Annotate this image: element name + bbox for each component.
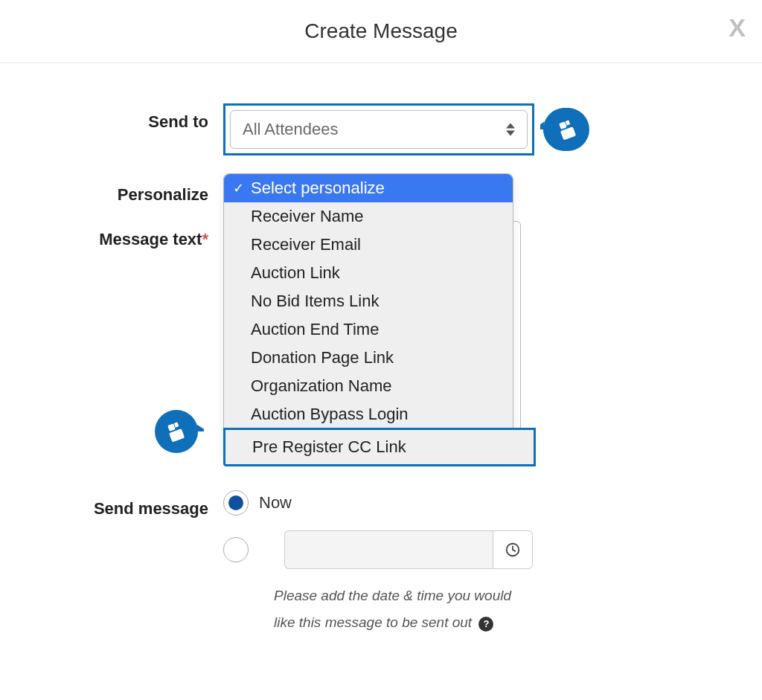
label-message-text: Message text* [0, 221, 223, 249]
personalize-option[interactable]: Receiver Email [224, 231, 513, 259]
send-to-selected-value: All Attendees [243, 120, 338, 139]
form-area: Send to All Attendees [0, 63, 762, 679]
radio-now-label: Now [259, 493, 292, 513]
label-send-to: Send to [0, 103, 223, 132]
close-button[interactable]: X [729, 15, 746, 40]
row-send-message: Send message Now Pl [0, 490, 762, 636]
personalize-option[interactable]: Organization Name [224, 372, 513, 400]
personalize-option[interactable]: Auction Bypass Login [224, 400, 513, 428]
clock-icon [505, 542, 521, 558]
schedule-time-button[interactable] [493, 530, 533, 569]
radio-now[interactable] [223, 490, 249, 516]
hint-bubble-personalize [155, 407, 204, 456]
row-personalize: Personalize Select personalizeReceiver N… [0, 176, 762, 215]
send-to-select[interactable]: All Attendees [230, 110, 528, 149]
label-personalize: Personalize [0, 176, 223, 205]
personalize-option[interactable]: Select personalize [224, 174, 513, 202]
label-send-message: Send message [0, 490, 223, 518]
personalize-dropdown[interactable]: Select personalizeReceiver NameReceiver … [223, 173, 513, 460]
highlight-send-to: All Attendees [223, 103, 534, 155]
radio-scheduled[interactable] [223, 537, 249, 562]
select-arrows-icon [506, 123, 516, 136]
personalize-option[interactable]: Pre Register CC Link [223, 428, 536, 466]
row-send-to: Send to All Attendees [0, 103, 762, 155]
schedule-help-text: Please add the date & time you would lik… [274, 582, 527, 636]
personalize-option[interactable]: Donation Page Link [224, 344, 513, 372]
personalize-option[interactable]: Auction Link [224, 259, 513, 287]
help-icon[interactable]: ? [478, 617, 493, 632]
radio-option-now: Now [223, 490, 533, 516]
modal-header: Create Message X [0, 0, 762, 63]
page-title: Create Message [0, 19, 762, 43]
radio-option-scheduled [223, 530, 533, 569]
schedule-datetime-input[interactable] [284, 530, 493, 569]
personalize-option[interactable]: Auction End Time [224, 315, 513, 344]
hint-bubble-send-to [540, 105, 589, 154]
personalize-option[interactable]: Receiver Name [224, 202, 513, 231]
personalize-option[interactable]: No Bid Items Link [224, 287, 513, 315]
required-asterisk: * [202, 230, 208, 248]
